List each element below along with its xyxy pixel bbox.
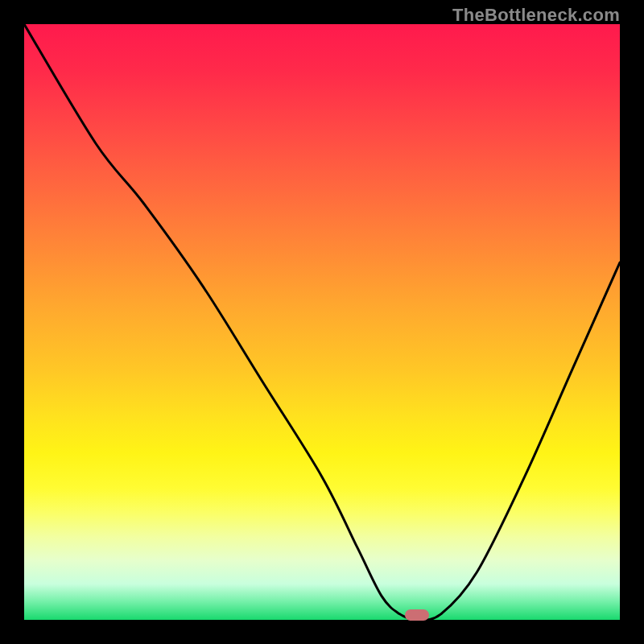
- bottleneck-curve: [24, 24, 620, 620]
- optimum-marker: [405, 609, 429, 621]
- plot-area: [24, 24, 620, 620]
- watermark-text: TheBottleneck.com: [452, 5, 620, 26]
- curve-path: [24, 24, 620, 620]
- chart-frame: TheBottleneck.com: [0, 0, 644, 644]
